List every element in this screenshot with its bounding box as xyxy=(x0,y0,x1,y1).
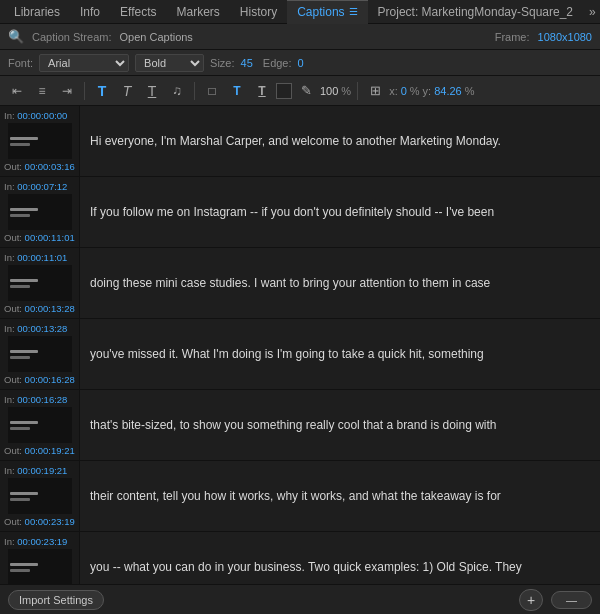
caption-out-time: Out: 00:00:03:16 xyxy=(4,161,75,172)
caption-thumb-image xyxy=(8,549,72,584)
svg-rect-9 xyxy=(8,336,72,372)
caption-thumbnail: In: 00:00:13:28 Out: 00:00:16:28 xyxy=(0,319,80,389)
caption-in-time: In: 00:00:23:19 xyxy=(4,536,75,547)
caption-text[interactable]: that's bite-sized, to show you something… xyxy=(80,390,600,460)
svg-rect-5 xyxy=(10,214,30,217)
size-label: Size: xyxy=(210,57,234,69)
caption-list: In: 00:00:00:00 Out: 00:00:03:16Hi every… xyxy=(0,106,600,584)
tab-captions[interactable]: Captions ☰ xyxy=(287,0,367,24)
frame-value: 1080x1080 xyxy=(538,31,592,43)
align-left-btn[interactable]: ⇤ xyxy=(6,80,28,102)
import-settings-button[interactable]: Import Settings xyxy=(8,590,104,610)
caption-thumbnail: In: 00:00:16:28 Out: 00:00:19:21 xyxy=(0,390,80,460)
tab-markers[interactable]: Markers xyxy=(167,0,230,24)
svg-rect-6 xyxy=(8,265,72,301)
color-swatch[interactable] xyxy=(276,83,292,99)
edge-value[interactable]: 0 xyxy=(298,57,304,69)
svg-rect-4 xyxy=(10,208,38,211)
caption-text[interactable]: Hi everyone, I'm Marshal Carper, and wel… xyxy=(80,106,600,176)
box-btn[interactable]: □ xyxy=(201,80,223,102)
caption-in-time: In: 00:00:07:12 xyxy=(4,181,75,192)
tab-libraries[interactable]: Libraries xyxy=(4,0,70,24)
caption-bar: 🔍 Caption Stream: Open Captions Frame: 1… xyxy=(0,24,600,50)
x-label: x: xyxy=(389,85,398,97)
caption-out-time: Out: 00:00:11:01 xyxy=(4,232,75,243)
font-row: Font: Arial Bold Regular Italic Size: 45… xyxy=(0,50,600,76)
text-underline-btn[interactable]: T xyxy=(141,80,163,102)
svg-rect-11 xyxy=(10,356,30,359)
align-center-btn[interactable]: ≡ xyxy=(31,80,53,102)
caption-out-time: Out: 00:00:16:28 xyxy=(4,374,75,385)
caption-row[interactable]: In: 00:00:00:00 Out: 00:00:03:16Hi every… xyxy=(0,106,600,177)
captions-label: Captions xyxy=(297,0,344,24)
caption-out-time: Out: 00:00:19:21 xyxy=(4,445,75,456)
add-caption-button[interactable]: + xyxy=(519,589,543,611)
tab-project[interactable]: Project: MarketingMonday-Square_2 xyxy=(368,0,583,24)
svg-rect-15 xyxy=(8,478,72,514)
caption-text[interactable]: If you follow me on Instagram -- if you … xyxy=(80,177,600,247)
caption-stream-value: Open Captions xyxy=(119,31,192,43)
align-right-btn[interactable]: ⇥ xyxy=(56,80,78,102)
tab-more-icon[interactable]: » xyxy=(583,5,600,19)
caption-text[interactable]: their content, tell you how it works, wh… xyxy=(80,461,600,531)
text-style-btn[interactable]: T xyxy=(251,80,273,102)
music-note-btn[interactable]: ♫ xyxy=(166,80,188,102)
caption-thumb-image xyxy=(8,194,72,230)
caption-out-time: Out: 00:00:23:19 xyxy=(4,516,75,527)
caption-row[interactable]: In: 00:00:13:28 Out: 00:00:16:28you've m… xyxy=(0,319,600,390)
svg-rect-13 xyxy=(10,421,38,424)
remove-caption-button[interactable]: — xyxy=(551,591,592,609)
caption-out-time: Out: 00:00:13:28 xyxy=(4,303,75,314)
svg-rect-8 xyxy=(10,285,30,288)
sep2 xyxy=(194,82,195,100)
bottom-bar: Import Settings + — xyxy=(0,584,600,614)
caption-in-time: In: 00:00:11:01 xyxy=(4,252,75,263)
svg-rect-17 xyxy=(10,498,30,501)
font-family-select[interactable]: Arial xyxy=(39,54,129,72)
size-value[interactable]: 45 xyxy=(241,57,253,69)
caption-thumb-image xyxy=(8,265,72,301)
svg-rect-0 xyxy=(8,123,72,159)
top-nav: Libraries Info Effects Markers History C… xyxy=(0,0,600,24)
text-italic-btn[interactable]: T xyxy=(116,80,138,102)
svg-rect-2 xyxy=(10,143,30,146)
svg-rect-20 xyxy=(10,569,30,572)
search-icon: 🔍 xyxy=(8,29,24,44)
tab-effects[interactable]: Effects xyxy=(110,0,166,24)
pen-tool-btn[interactable]: ✎ xyxy=(295,80,317,102)
caption-row[interactable]: In: 00:00:23:19 Out: 00:00:28:20you -- w… xyxy=(0,532,600,584)
y-value[interactable]: 84.26 xyxy=(434,85,462,97)
caption-thumb-image xyxy=(8,407,72,443)
svg-rect-18 xyxy=(8,549,72,584)
svg-rect-19 xyxy=(10,563,38,566)
caption-thumbnail: In: 00:00:11:01 Out: 00:00:13:28 xyxy=(0,248,80,318)
caption-text[interactable]: you've missed it. What I'm doing is I'm … xyxy=(80,319,600,389)
captions-menu-icon[interactable]: ☰ xyxy=(349,0,358,24)
caption-thumb-image xyxy=(8,478,72,514)
tab-history[interactable]: History xyxy=(230,0,287,24)
font-style-select[interactable]: Bold Regular Italic xyxy=(135,54,204,72)
x-value[interactable]: 0 xyxy=(401,85,407,97)
svg-rect-14 xyxy=(10,427,30,430)
tab-info[interactable]: Info xyxy=(70,0,110,24)
opacity-value[interactable]: 100 xyxy=(320,85,338,97)
caption-row[interactable]: In: 00:00:19:21 Out: 00:00:23:19their co… xyxy=(0,461,600,532)
font-label: Font: xyxy=(8,57,33,69)
text-bold-btn[interactable]: T xyxy=(91,80,113,102)
caption-row[interactable]: In: 00:00:11:01 Out: 00:00:13:28doing th… xyxy=(0,248,600,319)
text-box-btn[interactable]: T xyxy=(226,80,248,102)
grid-btn[interactable]: ⊞ xyxy=(364,80,386,102)
svg-rect-16 xyxy=(10,492,38,495)
caption-thumb-image xyxy=(8,336,72,372)
caption-row[interactable]: In: 00:00:07:12 Out: 00:00:11:01If you f… xyxy=(0,177,600,248)
caption-row[interactable]: In: 00:00:16:28 Out: 00:00:19:21that's b… xyxy=(0,390,600,461)
caption-in-time: In: 00:00:13:28 xyxy=(4,323,75,334)
caption-text[interactable]: doing these mini case studies. I want to… xyxy=(80,248,600,318)
caption-in-time: In: 00:00:16:28 xyxy=(4,394,75,405)
svg-rect-12 xyxy=(8,407,72,443)
caption-thumbnail: In: 00:00:00:00 Out: 00:00:03:16 xyxy=(0,106,80,176)
caption-thumbnail: In: 00:00:23:19 Out: 00:00:28:20 xyxy=(0,532,80,584)
caption-text[interactable]: you -- what you can do in your business.… xyxy=(80,532,600,584)
opacity-percent: % xyxy=(341,85,351,97)
sep1 xyxy=(84,82,85,100)
